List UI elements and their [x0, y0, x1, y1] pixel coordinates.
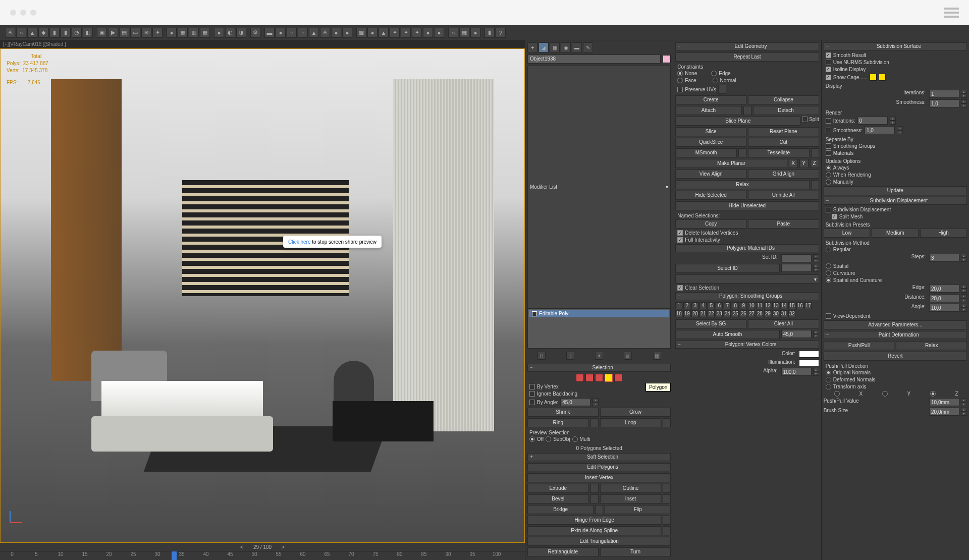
smoothing-group-button[interactable]: 17	[804, 302, 812, 309]
smoothing-group-button[interactable]: 1	[675, 302, 682, 309]
tool-icon[interactable]: ◑	[236, 28, 246, 38]
angle-disp-spinner[interactable]: 10,0	[929, 304, 959, 312]
tool-icon[interactable]: ▦	[459, 28, 469, 38]
smoothing-group-button[interactable]: 18	[675, 310, 682, 317]
full-interactivity-checkbox[interactable]	[677, 237, 683, 243]
smoothing-group-button[interactable]: 25	[732, 310, 739, 317]
smoothing-group-button[interactable]: 21	[699, 310, 707, 317]
planar-z-button[interactable]: Z	[810, 159, 819, 168]
extrude-spline-button[interactable]: Extrude Along Spline	[527, 526, 661, 535]
smoothing-group-button[interactable]: 4	[699, 302, 707, 309]
grow-button[interactable]: Grow	[600, 408, 671, 417]
paste-button[interactable]: Paste	[748, 219, 819, 229]
tool-icon[interactable]: ●	[423, 28, 433, 38]
constraint-none-radio[interactable]	[677, 71, 683, 76]
update-always-radio[interactable]	[826, 165, 831, 171]
viewport[interactable]: [+][VRayCam016 ][Shaded ] Total Polys: 2…	[0, 40, 525, 560]
tool-icon[interactable]: ◔	[72, 28, 82, 38]
ring-button[interactable]: Ring	[527, 418, 589, 427]
axis-y-radio[interactable]	[882, 391, 888, 397]
tool-icon[interactable]: ✦	[412, 28, 422, 38]
maximize-window-icon[interactable]	[30, 10, 36, 16]
element-subobj-icon[interactable]	[614, 374, 622, 382]
constraint-face-radio[interactable]	[677, 78, 683, 83]
tool-icon[interactable]: ▲	[379, 28, 389, 38]
cut-button[interactable]: Cut	[748, 138, 819, 147]
make-planar-button[interactable]: Make Planar	[675, 159, 787, 168]
subdiv-disp-rollout[interactable]: Subdivision Displacement	[824, 197, 967, 205]
tool-icon[interactable]: ○	[16, 28, 26, 38]
collapse-button[interactable]: Collapse	[748, 95, 819, 104]
auto-smooth-spinner[interactable]: 45,0	[781, 330, 812, 338]
illumination-swatch[interactable]	[799, 359, 819, 366]
planar-x-button[interactable]: X	[789, 159, 798, 168]
steps-spinner[interactable]: 3	[929, 254, 959, 262]
grid-align-button[interactable]: Grid Align	[748, 170, 819, 179]
split-mesh-checkbox[interactable]	[832, 214, 837, 219]
smoothing-group-button[interactable]: 10	[748, 302, 755, 309]
push-pull-button[interactable]: Push/Pull	[824, 341, 895, 350]
axis-z-radio[interactable]	[930, 391, 936, 397]
hide-selected-button[interactable]: Hide Selected	[675, 191, 746, 200]
tool-icon[interactable]: ●	[434, 28, 444, 38]
clear-selection-checkbox[interactable]	[677, 285, 683, 291]
paint-deform-rollout[interactable]: Paint Deformation	[824, 331, 967, 339]
loop-button[interactable]: Loop	[600, 418, 662, 427]
edit-geometry-rollout[interactable]: Edit Geometry	[675, 42, 819, 50]
by-angle-checkbox[interactable]	[529, 400, 535, 405]
edit-tri-button[interactable]: Edit Triangulation	[527, 537, 671, 546]
repeat-last-button[interactable]: Repeat Last	[675, 52, 819, 62]
smoothing-group-button[interactable]: 29	[764, 310, 771, 317]
smoothing-group-button[interactable]: 19	[683, 310, 690, 317]
quickslice-button[interactable]: QuickSlice	[675, 138, 746, 147]
hide-unselected-button[interactable]: Hide Unselected	[675, 201, 819, 210]
sep-mat-checkbox[interactable]	[826, 150, 831, 156]
constraint-normal-radio[interactable]	[713, 78, 718, 83]
smoothness-spinner[interactable]: 1,0	[929, 99, 959, 107]
smoothing-group-button[interactable]: 11	[756, 302, 763, 309]
paint-relax-button[interactable]: Relax	[896, 341, 967, 350]
nurms-checkbox[interactable]	[826, 60, 831, 65]
smoothing-group-button[interactable]: 24	[724, 310, 731, 317]
view-align-button[interactable]: View Align	[675, 170, 746, 179]
flip-button[interactable]: Flip	[605, 505, 671, 514]
tool-icon[interactable]: ◐	[225, 28, 235, 38]
hamburger-icon[interactable]	[944, 8, 959, 18]
tool-icon[interactable]: ○	[298, 28, 308, 38]
smooth-result-checkbox[interactable]	[826, 52, 831, 58]
tool-icon[interactable]: ▩	[356, 28, 366, 38]
view-dependent-checkbox[interactable]	[826, 313, 831, 319]
preset-med-button[interactable]: Medium	[872, 229, 919, 238]
bevel-button[interactable]: Bevel	[527, 494, 589, 503]
remove-mod-icon[interactable]: 🗑	[624, 352, 632, 360]
split-checkbox[interactable]	[802, 117, 807, 122]
brush-size-spinner[interactable]: 20,0mm	[929, 408, 959, 416]
smoothing-group-button[interactable]: 15	[788, 302, 795, 309]
show-cage-checkbox[interactable]	[826, 75, 831, 80]
preserve-uvs-checkbox[interactable]	[677, 87, 683, 92]
smoothing-group-button[interactable]: 26	[740, 310, 747, 317]
smoothing-group-button[interactable]: 13	[772, 302, 779, 309]
tool-icon[interactable]: ▣	[97, 28, 107, 38]
edge-spinner[interactable]: 20,0	[929, 285, 959, 293]
smoothing-group-button[interactable]: 20	[691, 310, 698, 317]
tool-icon[interactable]: ▮	[49, 28, 60, 38]
dir-deformed-radio[interactable]	[826, 377, 831, 382]
smoothing-group-button[interactable]: 2	[683, 302, 690, 309]
modifier-list-dropdown[interactable]: Modifier List▾	[527, 66, 671, 308]
prev-frame-button[interactable]: <	[240, 544, 243, 550]
extrude-button[interactable]: Extrude	[527, 484, 589, 493]
smoothing-group-button[interactable]: 6	[716, 302, 723, 309]
sep-sg-checkbox[interactable]	[826, 143, 831, 149]
motion-tab-icon[interactable]: ◉	[561, 42, 571, 52]
method-regular-radio[interactable]	[826, 247, 831, 252]
tool-icon[interactable]: ▬	[264, 28, 275, 38]
shrink-button[interactable]: Shrink	[527, 408, 599, 417]
render-smooth-spinner[interactable]: 1,0	[865, 126, 895, 134]
smoothing-groups-rollout[interactable]: Polygon: Smoothing Groups	[675, 292, 819, 300]
edit-polygons-rollout[interactable]: Edit Polygons	[527, 463, 671, 471]
tool-icon[interactable]: ▦	[200, 28, 210, 38]
tool-icon[interactable]: ●	[331, 28, 341, 38]
preview-multi-radio[interactable]	[572, 436, 578, 442]
tool-icon[interactable]: ▮	[484, 28, 495, 38]
